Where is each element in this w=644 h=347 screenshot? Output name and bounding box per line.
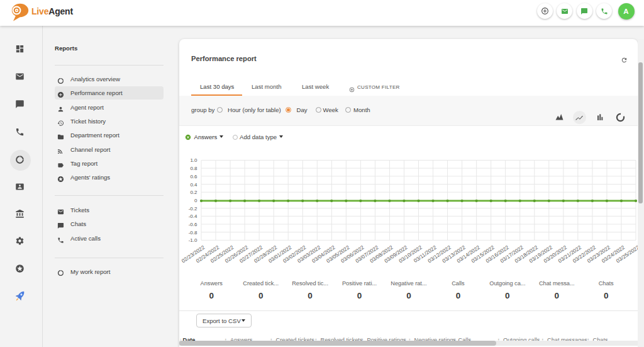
- svg-text:-0.6: -0.6: [189, 222, 197, 227]
- svg-text:0: 0: [194, 198, 197, 203]
- svg-text:0.6: 0.6: [190, 174, 197, 179]
- svg-text:0.2: 0.2: [190, 190, 197, 195]
- svg-text:-0.8: -0.8: [189, 230, 197, 236]
- svg-text:0.8: 0.8: [190, 166, 197, 171]
- svg-text:1.0: 1.0: [190, 157, 197, 163]
- svg-text:-1.0: -1.0: [189, 237, 197, 243]
- svg-text:0.4: 0.4: [190, 182, 197, 188]
- svg-text:-0.4: -0.4: [189, 213, 197, 219]
- svg-text:-0.2: -0.2: [189, 206, 197, 212]
